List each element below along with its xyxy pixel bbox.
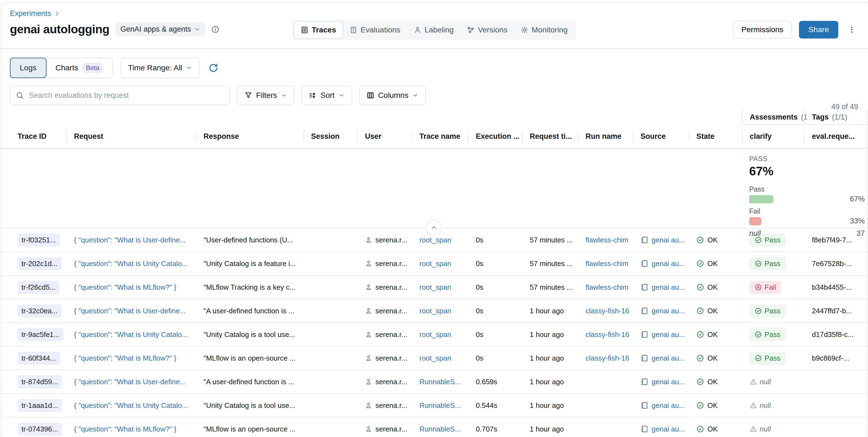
trace-id-link[interactable]: tr-202c1d... xyxy=(18,257,62,270)
trace-name-link[interactable]: root_span xyxy=(420,283,451,292)
trace-name-link[interactable]: RunnableS... xyxy=(420,378,461,386)
trace-name-link[interactable]: root_span xyxy=(420,307,451,315)
assessment-null-value: null xyxy=(750,401,771,410)
trace-name-link[interactable]: RunnableS... xyxy=(420,425,461,433)
source-link[interactable]: genai au... xyxy=(652,236,685,244)
column-header-request-time[interactable]: Request ti... xyxy=(522,125,578,148)
trace-id-link[interactable]: tr-074396... xyxy=(18,423,62,436)
column-header-request[interactable]: Request xyxy=(66,125,196,148)
column-header-trace-id[interactable]: Trace ID xyxy=(10,125,66,148)
chevron-down-icon xyxy=(281,92,287,98)
request-link[interactable]: { "question": "What is MLflow?" } xyxy=(74,425,176,433)
source-link[interactable]: genai au... xyxy=(652,283,685,292)
sort-button[interactable]: Sort xyxy=(302,86,352,105)
request-time-text: 1 hour ago xyxy=(530,401,564,410)
table-row[interactable]: tr-60f344... { "question": "What is MLfl… xyxy=(0,346,868,370)
source-link[interactable]: genai au... xyxy=(652,307,685,315)
table-row[interactable]: tr-074396... { "question": "What is MLfl… xyxy=(0,417,868,437)
trace-id-link[interactable]: tr-1aaa1d... xyxy=(18,399,62,412)
request-time-text: 1 hour ago xyxy=(530,425,564,433)
run-name-link[interactable]: classy-fish-16 xyxy=(586,354,629,363)
request-link[interactable]: { "question": "What is User-define... xyxy=(74,378,186,386)
filters-button[interactable]: Filters xyxy=(237,86,294,105)
tab-evaluations[interactable]: Evaluations xyxy=(343,22,407,38)
tags-group-header: Tags (1/1) xyxy=(804,109,867,125)
source-link[interactable]: genai au... xyxy=(652,354,685,363)
run-name-link[interactable]: classy-fish-16 xyxy=(586,307,629,315)
request-time-text: 1 hour ago xyxy=(530,354,564,363)
request-time-text: 1 hour ago xyxy=(530,330,564,339)
column-header-response[interactable]: Response xyxy=(196,125,303,148)
source-link[interactable]: genai au... xyxy=(652,425,685,433)
assessment-summary-row: PASS 67% Pass 67% Fail 33% null 37 xyxy=(0,149,868,228)
request-link[interactable]: { "question": "What is Unity Catalo... xyxy=(74,260,188,268)
column-header-execution[interactable]: Execution ... xyxy=(468,125,522,148)
person-icon xyxy=(414,26,421,34)
share-button[interactable]: Share xyxy=(799,21,838,38)
evaluations-icon xyxy=(349,26,357,34)
table-row[interactable]: tr-9ac5fe1... { "question": "What is Uni… xyxy=(0,323,868,346)
column-header-clarify[interactable]: clarify xyxy=(742,125,804,148)
tab-labeling[interactable]: Labeling xyxy=(407,22,460,38)
source-link[interactable]: genai au... xyxy=(652,378,685,386)
run-name-link[interactable]: flawless-chim xyxy=(586,236,628,244)
breadcrumb: Experiments xyxy=(10,9,858,18)
table-row[interactable]: tr-32c0ea... { "question": "What is User… xyxy=(0,299,868,323)
trace-id-link[interactable]: tr-f26cd5... xyxy=(18,281,59,294)
breadcrumb-experiments-link[interactable]: Experiments xyxy=(10,9,51,18)
charts-view-toggle[interactable]: Charts Beta xyxy=(46,58,113,78)
column-header-source[interactable]: Source xyxy=(633,125,689,148)
logs-view-toggle[interactable]: Logs xyxy=(10,58,46,78)
request-link[interactable]: { "question": "What is MLflow?" } xyxy=(74,283,176,292)
permissions-button[interactable]: Permissions xyxy=(733,21,792,38)
table-row[interactable]: tr-874d59... { "question": "What is User… xyxy=(0,370,868,394)
request-link[interactable]: { "question": "What is User-define... xyxy=(74,307,186,315)
run-name-link[interactable]: flawless-chim xyxy=(586,283,628,292)
trace-id-link[interactable]: tr-60f344... xyxy=(18,352,60,365)
trace-name-link[interactable]: root_span xyxy=(420,330,451,339)
request-link[interactable]: { "question": "What is Unity Catalo... xyxy=(74,401,188,410)
eval-request-id-text: d17d35f8-c... xyxy=(812,330,854,339)
refresh-icon[interactable] xyxy=(207,62,220,74)
trace-name-link[interactable]: root_span xyxy=(420,354,451,363)
request-link[interactable]: { "question": "What is User-define... xyxy=(74,236,186,244)
time-range-dropdown[interactable]: Time Range: All xyxy=(121,58,200,78)
run-name-link[interactable]: classy-fish-16 xyxy=(586,330,629,339)
table-row[interactable]: tr-f26cd5... { "question": "What is MLfl… xyxy=(0,276,868,299)
response-text: "A user-defined function is ... xyxy=(204,307,294,315)
run-name-link[interactable]: flawless-chim xyxy=(586,260,628,268)
tab-monitoring[interactable]: Monitoring xyxy=(514,22,574,38)
column-header-run-name[interactable]: Run name xyxy=(578,125,633,148)
collapse-summary-button[interactable] xyxy=(426,220,442,236)
experiment-type-dropdown[interactable]: GenAI apps & agents xyxy=(116,22,206,36)
source-link[interactable]: genai au... xyxy=(652,330,685,339)
trace-name-link[interactable]: root_span xyxy=(420,236,451,244)
table-row[interactable]: tr-202c1d... { "question": "What is Unit… xyxy=(0,252,868,276)
columns-button[interactable]: Columns xyxy=(359,86,426,105)
column-header-user[interactable]: User xyxy=(357,125,412,148)
kebab-menu-icon[interactable] xyxy=(845,23,858,36)
request-link[interactable]: { "question": "What is Unity Catalo... xyxy=(74,330,188,339)
column-header-eval-request-id[interactable]: eval.reque... xyxy=(804,125,867,148)
assessment-null-value: null xyxy=(750,425,771,433)
source-link[interactable]: genai au... xyxy=(652,260,685,268)
column-header-trace-name[interactable]: Trace name xyxy=(412,125,468,148)
search-input[interactable] xyxy=(28,91,224,100)
trace-id-link[interactable]: tr-874d59... xyxy=(18,375,62,389)
trace-name-link[interactable]: RunnableS... xyxy=(420,401,461,410)
column-header-session[interactable]: Session xyxy=(303,125,357,148)
trace-id-link[interactable]: tr-9ac5fe1... xyxy=(18,328,64,341)
request-link[interactable]: { "question": "What is MLflow?" } xyxy=(74,354,176,363)
trace-name-link[interactable]: root_span xyxy=(420,260,451,268)
source-link[interactable]: genai au... xyxy=(652,401,685,410)
tab-versions[interactable]: Versions xyxy=(460,22,514,38)
execution-time-text: 0.707s xyxy=(476,425,497,433)
trace-id-link[interactable]: tr-32c0ea... xyxy=(18,305,62,317)
column-header-state[interactable]: State xyxy=(689,125,742,148)
info-icon[interactable] xyxy=(211,25,219,34)
trace-id-link[interactable]: tr-f03251... xyxy=(18,234,60,246)
table-header-row: Trace ID Request Response Session User T… xyxy=(0,125,868,149)
table-row[interactable]: tr-1aaa1d... { "question": "What is Unit… xyxy=(0,394,868,417)
tab-traces[interactable]: Traces xyxy=(294,22,343,38)
tags-group-count: (1/1) xyxy=(832,113,847,122)
